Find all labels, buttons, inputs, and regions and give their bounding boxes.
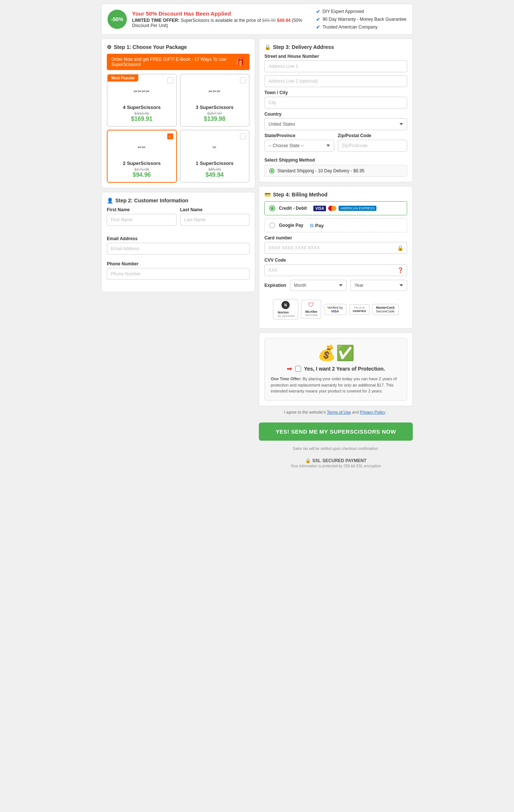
package-checkbox-2[interactable]: ✓ [167, 133, 173, 139]
card-number-input[interactable] [264, 242, 407, 254]
cvv-label: CVV Code [264, 258, 407, 263]
cta-button[interactable]: YES! SEND ME MY SUPERSCISSORS NOW [259, 422, 413, 441]
scissors-img-3: ✂✂✂ [200, 81, 230, 102]
phone-group: Phone Number [107, 261, 250, 283]
step2-section: 👤 Step 2: Customer Information First Nam… [101, 192, 255, 292]
email-input[interactable] [107, 243, 250, 255]
package-card-4[interactable]: Most Popular ✂✂✂✂ 4 SuperScissors $343.9… [107, 74, 177, 127]
step2-title: 👤 Step 2: Customer Information [107, 198, 250, 203]
protection-checkbox[interactable] [295, 366, 301, 372]
mcafee-badge: 🛡 McAfee SECURE [301, 300, 321, 319]
package-checkbox-4[interactable] [167, 77, 173, 83]
pkg-name-2: 2 SuperScissors [111, 160, 172, 166]
shield-icon: 🛡 [308, 302, 314, 308]
zip-input[interactable] [338, 140, 408, 152]
shipping-label: Select Shipping Method [264, 158, 407, 163]
last-name-label: Last Name [180, 207, 250, 212]
mcafee-sub: SECURE [305, 314, 317, 317]
country-label: Country [264, 112, 407, 117]
trust-item-1: ✔DIY Expert Approved [316, 9, 406, 14]
mc-secure-label: MasterCard. [376, 306, 395, 309]
package-card-1[interactable]: ✂ 1 SuperScissors $85.99 $49.94 [180, 130, 250, 183]
right-col: 🔒 Step 3: Delivery Address Street and Ho… [259, 39, 413, 472]
pkg-price-1: $49.94 [184, 172, 246, 178]
banner-orig-price: $85.99 [262, 18, 276, 23]
scissors-img-4: ✂✂✂✂ [127, 81, 156, 102]
google-pay-option[interactable]: Google Pay G Pay [264, 218, 407, 232]
banner-text: Your 50% Discount Has Been Applied LIMIT… [132, 10, 311, 28]
truste-badge: TRUSTe VERIFIED [349, 304, 370, 315]
norton-badge: N Norton by Symantec [273, 299, 298, 319]
country-select[interactable]: United States [264, 118, 407, 130]
last-name-group: Last Name [180, 207, 250, 229]
banner-text-mid: SuperScissors is available at the price … [181, 18, 262, 23]
gear-icon: ⚙ [107, 44, 112, 50]
banner-sale-price: $49.94 [277, 18, 291, 23]
privacy-link[interactable]: Privacy Policy [360, 410, 385, 414]
ssl-lock-icon: 🔒 [305, 458, 311, 463]
protection-icon: 💰✅ [271, 344, 401, 362]
city-input[interactable] [264, 97, 407, 109]
check-icon-3: ✔ [316, 24, 320, 30]
package-checkbox-3[interactable] [240, 77, 246, 83]
email-group: Email Address [107, 236, 250, 258]
cvv-input[interactable] [264, 264, 407, 276]
terms-link[interactable]: Terms of Use [327, 410, 351, 414]
last-name-input[interactable] [180, 214, 250, 226]
norton-circle: N [281, 301, 290, 309]
lock-icon: 🔒 [264, 44, 271, 50]
gpay-radio[interactable] [269, 222, 275, 228]
pkg-orig-2: $171.98 [111, 167, 172, 172]
trust-item-2: ✔90 Day Warranty - Money Back Guarantee [316, 16, 406, 22]
banner-bold: LIMITED TIME OFFER: [132, 18, 179, 23]
address-line1-input[interactable] [264, 60, 407, 72]
expiry-label: Expiration [264, 283, 286, 288]
package-grid: Most Popular ✂✂✂✂ 4 SuperScissors $343.9… [107, 74, 250, 183]
truste-sub: VERIFIED [353, 309, 366, 313]
protection-box: 💰✅ ➡ Yes, I want 2 Years of Protection. … [264, 338, 407, 401]
shipping-option-label: Standard Shipping - 10 Day Delivery - $6… [277, 168, 365, 173]
scissors-img-1: ✂ [200, 137, 230, 158]
package-card-3[interactable]: ✂✂✂ 3 SuperScissors $257.97 $139.98 [180, 74, 250, 127]
ssl-sub: Your information is protected by 256-bit… [263, 464, 409, 468]
package-card-2[interactable]: ✓ ✂✂ 2 SuperScissors $171.98 $94.96 [107, 130, 177, 183]
state-select[interactable]: -- Choose State -- [264, 140, 334, 152]
check-icon-2: ✔ [316, 16, 320, 22]
tax-note: Sales tax will be settled upon checkout … [259, 447, 413, 451]
help-icon: ❓ [397, 267, 403, 273]
pkg-name-3: 3 SuperScissors [184, 105, 246, 110]
pkg-orig-1: $85.99 [184, 167, 246, 172]
step1-title: ⚙ Step 1: Choose Your Package [107, 44, 250, 50]
year-select[interactable]: Year [350, 280, 407, 291]
email-label: Email Address [107, 236, 250, 241]
protection-desc: One Time Offer: By placing your order to… [271, 376, 401, 394]
trust-items: ✔DIY Expert Approved ✔90 Day Warranty - … [316, 9, 406, 30]
package-checkbox-1[interactable] [240, 133, 246, 139]
month-select[interactable]: Month [290, 280, 347, 291]
state-group: State/Province -- Choose State -- [264, 133, 334, 155]
name-row: First Name Last Name [107, 207, 250, 232]
credit-debit-option[interactable]: Credit - Debit VISA AMERICAN EXPRESS [264, 201, 407, 215]
phone-input[interactable] [107, 268, 250, 280]
pkg-name-4: 4 SuperScissors [111, 105, 172, 110]
step3-title: 🔒 Step 3: Delivery Address [264, 44, 407, 50]
lock-field-icon: 🔒 [397, 245, 403, 251]
credit-radio[interactable] [269, 205, 275, 211]
visa-verified-badge: Verified by VISA [324, 304, 346, 315]
protection-check-row: ➡ Yes, I want 2 Years of Protection. [271, 365, 401, 373]
step1-section: ⚙ Step 1: Choose Your Package Order Now … [101, 39, 255, 188]
left-col: ⚙ Step 1: Choose Your Package Order Now … [101, 39, 255, 472]
first-name-input[interactable] [107, 214, 177, 226]
shipping-option[interactable]: Standard Shipping - 10 Day Delivery - $6… [264, 165, 407, 177]
most-popular-badge: Most Popular [108, 74, 138, 82]
expiry-row: Expiration Month Year [264, 280, 407, 291]
address-line2-input[interactable] [264, 75, 407, 87]
ssl-bar: 🔒 SSL SECURED PAYMENT Your information i… [259, 454, 413, 472]
arrow-icon: ➡ [287, 365, 292, 373]
visa-logo: VISA [313, 206, 326, 211]
norton-sub: by Symantec [278, 314, 295, 318]
city-label: Town / City [264, 90, 407, 95]
ssl-title: 🔒 SSL SECURED PAYMENT [263, 458, 409, 463]
shipping-radio[interactable] [269, 168, 274, 173]
step3-section: 🔒 Step 3: Delivery Address Street and Ho… [259, 39, 413, 182]
